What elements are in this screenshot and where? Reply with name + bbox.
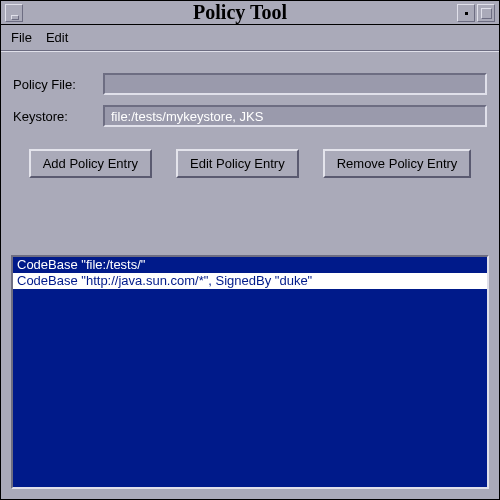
policy-entry-item[interactable]: CodeBase "http://java.sun.com/*", Signed… [13, 273, 487, 289]
policy-tool-window: Policy Tool File Edit Policy File: Keyst… [0, 0, 500, 500]
menu-edit[interactable]: Edit [46, 30, 68, 45]
keystore-row: Keystore: file:/tests/mykeystore, JKS [13, 105, 487, 127]
menu-bar: File Edit [1, 25, 499, 51]
policy-file-field[interactable] [103, 73, 487, 95]
add-policy-entry-button[interactable]: Add Policy Entry [29, 149, 152, 178]
window-control-icon[interactable] [457, 4, 475, 22]
edit-policy-entry-button[interactable]: Edit Policy Entry [176, 149, 299, 178]
menu-file[interactable]: File [11, 30, 32, 45]
minimize-icon[interactable] [5, 4, 23, 22]
form-area: Policy File: Keystore: file:/tests/mykey… [1, 51, 499, 178]
title-bar: Policy Tool [1, 1, 499, 25]
policy-file-row: Policy File: [13, 73, 487, 95]
remove-policy-entry-button[interactable]: Remove Policy Entry [323, 149, 472, 178]
policy-file-label: Policy File: [13, 77, 103, 92]
window-title: Policy Tool [23, 1, 457, 24]
policy-entries-list[interactable]: CodeBase "file:/tests/"CodeBase "http://… [11, 255, 489, 489]
keystore-label: Keystore: [13, 109, 103, 124]
button-row: Add Policy Entry Edit Policy Entry Remov… [13, 149, 487, 178]
keystore-field[interactable]: file:/tests/mykeystore, JKS [103, 105, 487, 127]
policy-entry-item[interactable]: CodeBase "file:/tests/" [13, 257, 487, 273]
maximize-icon[interactable] [477, 4, 495, 22]
